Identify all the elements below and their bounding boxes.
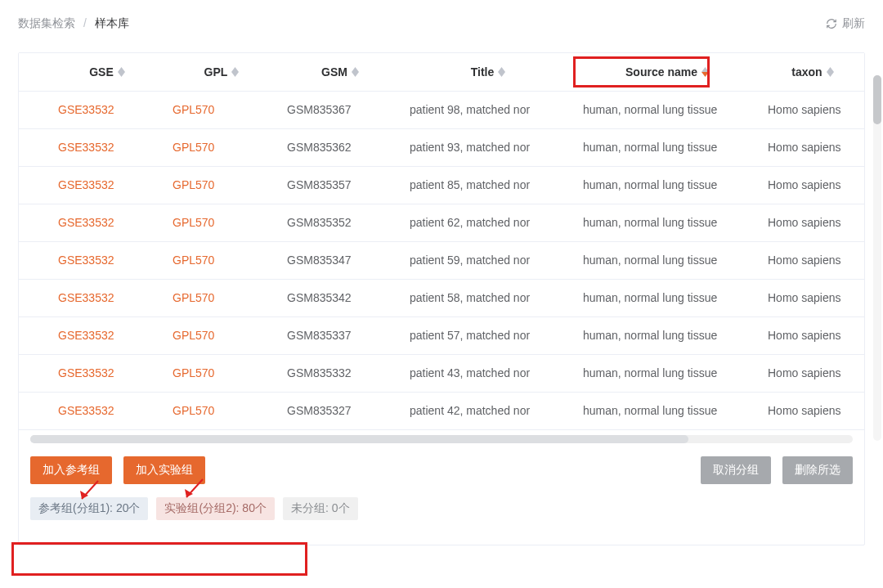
add-reference-group-button[interactable]: 加入参考组 bbox=[30, 456, 112, 484]
column-header-taxon[interactable]: taxon bbox=[760, 53, 864, 91]
column-header-gse-label: GSE bbox=[89, 65, 114, 79]
column-header-title[interactable]: Title bbox=[401, 53, 575, 91]
title-cell: patient 93, matched nor bbox=[401, 128, 575, 166]
gse-link[interactable]: GSE33532 bbox=[58, 404, 114, 417]
add-experiment-group-button[interactable]: 加入实验组 bbox=[123, 456, 205, 484]
source-cell: human, normal lung tissue bbox=[575, 241, 760, 279]
gpl-link[interactable]: GPL570 bbox=[173, 103, 214, 116]
svg-marker-7 bbox=[498, 72, 505, 77]
row-checkbox-cell[interactable] bbox=[19, 204, 50, 241]
column-header-gsm-label: GSM bbox=[321, 65, 347, 79]
gse-link[interactable]: GSE33532 bbox=[58, 216, 114, 229]
gsm-cell: GSM835352 bbox=[279, 204, 401, 241]
vertical-scrollbar[interactable] bbox=[873, 75, 881, 441]
column-header-source-label: Source name bbox=[625, 65, 697, 79]
sort-icon bbox=[118, 67, 125, 77]
title-cell: patient 57, matched nor bbox=[401, 316, 575, 354]
delete-selected-button[interactable]: 删除所选 bbox=[782, 456, 853, 484]
source-cell: human, normal lung tissue bbox=[575, 354, 760, 392]
gsm-cell: GSM835367 bbox=[279, 91, 401, 128]
table-row[interactable]: GSE33532GPL570GSM835352patient 62, match… bbox=[19, 204, 864, 241]
gpl-link[interactable]: GPL570 bbox=[173, 141, 214, 154]
row-checkbox-cell[interactable] bbox=[19, 241, 50, 279]
row-checkbox-cell[interactable] bbox=[19, 392, 50, 429]
breadcrumb-parent[interactable]: 数据集检索 bbox=[18, 16, 75, 29]
cancel-group-button[interactable]: 取消分组 bbox=[701, 456, 771, 484]
taxon-cell: Homo sapiens bbox=[760, 204, 864, 241]
breadcrumb-current: 样本库 bbox=[95, 16, 129, 29]
svg-marker-5 bbox=[352, 72, 359, 77]
gse-link[interactable]: GSE33532 bbox=[58, 329, 114, 342]
gpl-link[interactable]: GPL570 bbox=[173, 366, 214, 379]
gse-link[interactable]: GSE33532 bbox=[58, 103, 114, 116]
table-card: GSE GPL bbox=[18, 52, 865, 545]
column-header-gsm[interactable]: GSM bbox=[279, 53, 401, 91]
breadcrumb: 数据集检索 / 样本库 bbox=[18, 16, 129, 31]
taxon-cell: Homo sapiens bbox=[760, 392, 864, 429]
table-row[interactable]: GSE33532GPL570GSM835327patient 42, match… bbox=[19, 392, 864, 429]
refresh-icon bbox=[826, 18, 837, 29]
gpl-link[interactable]: GPL570 bbox=[173, 329, 214, 342]
vertical-scrollbar-thumb[interactable] bbox=[873, 75, 881, 124]
row-checkbox-cell[interactable] bbox=[19, 91, 50, 128]
title-cell: patient 58, matched nor bbox=[401, 279, 575, 316]
column-header-gpl-label: GPL bbox=[204, 65, 228, 79]
sort-icon bbox=[352, 67, 359, 77]
gse-link[interactable]: GSE33532 bbox=[58, 366, 114, 379]
data-table: GSE GPL bbox=[19, 53, 864, 430]
table-row[interactable]: GSE33532GPL570GSM835362patient 93, match… bbox=[19, 128, 864, 166]
table-row[interactable]: GSE33532GPL570GSM835342patient 58, match… bbox=[19, 279, 864, 316]
row-checkbox-cell[interactable] bbox=[19, 316, 50, 354]
column-header-checkbox[interactable] bbox=[19, 53, 50, 91]
taxon-cell: Homo sapiens bbox=[760, 279, 864, 316]
taxon-cell: Homo sapiens bbox=[760, 316, 864, 354]
gsm-cell: GSM835362 bbox=[279, 128, 401, 166]
table-row[interactable]: GSE33532GPL570GSM835332patient 43, match… bbox=[19, 354, 864, 392]
gpl-link[interactable]: GPL570 bbox=[173, 254, 214, 267]
title-cell: patient 42, matched nor bbox=[401, 392, 575, 429]
source-cell: human, normal lung tissue bbox=[575, 392, 760, 429]
refresh-label: 刷新 bbox=[842, 16, 865, 31]
experiment-group-badge: 实验组(分组2): 80个 bbox=[156, 497, 274, 520]
source-cell: human, normal lung tissue bbox=[575, 128, 760, 166]
taxon-cell: Homo sapiens bbox=[760, 128, 864, 166]
title-cell: patient 59, matched nor bbox=[401, 241, 575, 279]
gse-link[interactable]: GSE33532 bbox=[58, 291, 114, 304]
refresh-button[interactable]: 刷新 bbox=[826, 16, 865, 31]
horizontal-scrollbar-thumb[interactable] bbox=[30, 435, 688, 443]
table-row[interactable]: GSE33532GPL570GSM835337patient 57, match… bbox=[19, 316, 864, 354]
table-row[interactable]: GSE33532GPL570GSM835357patient 85, match… bbox=[19, 166, 864, 204]
sort-icon bbox=[231, 67, 239, 77]
gsm-cell: GSM835332 bbox=[279, 354, 401, 392]
table-row[interactable]: GSE33532GPL570GSM835347patient 59, match… bbox=[19, 241, 864, 279]
title-cell: patient 98, matched nor bbox=[401, 91, 575, 128]
gsm-cell: GSM835342 bbox=[279, 279, 401, 316]
row-checkbox-cell[interactable] bbox=[19, 128, 50, 166]
column-header-gse[interactable]: GSE bbox=[50, 53, 164, 91]
source-cell: human, normal lung tissue bbox=[575, 316, 760, 354]
column-header-gpl[interactable]: GPL bbox=[164, 53, 279, 91]
svg-marker-1 bbox=[118, 72, 125, 77]
column-header-source[interactable]: Source name bbox=[575, 53, 760, 91]
annotation-highlight-badges bbox=[11, 542, 307, 576]
row-checkbox-cell[interactable] bbox=[19, 166, 50, 204]
svg-marker-9 bbox=[701, 72, 709, 77]
row-checkbox-cell[interactable] bbox=[19, 279, 50, 316]
svg-marker-11 bbox=[827, 72, 834, 77]
title-cell: patient 62, matched nor bbox=[401, 204, 575, 241]
source-cell: human, normal lung tissue bbox=[575, 204, 760, 241]
gpl-link[interactable]: GPL570 bbox=[173, 216, 214, 229]
sort-icon bbox=[827, 67, 834, 77]
row-checkbox-cell[interactable] bbox=[19, 354, 50, 392]
gse-link[interactable]: GSE33532 bbox=[58, 254, 114, 267]
gse-link[interactable]: GSE33532 bbox=[58, 141, 114, 154]
horizontal-scrollbar[interactable] bbox=[30, 435, 853, 443]
column-header-taxon-label: taxon bbox=[791, 65, 822, 79]
gpl-link[interactable]: GPL570 bbox=[173, 291, 214, 304]
gse-link[interactable]: GSE33532 bbox=[58, 178, 114, 191]
svg-marker-3 bbox=[231, 72, 239, 77]
title-cell: patient 43, matched nor bbox=[401, 354, 575, 392]
gpl-link[interactable]: GPL570 bbox=[173, 178, 214, 191]
gpl-link[interactable]: GPL570 bbox=[173, 404, 214, 417]
table-row[interactable]: GSE33532GPL570GSM835367patient 98, match… bbox=[19, 91, 864, 128]
